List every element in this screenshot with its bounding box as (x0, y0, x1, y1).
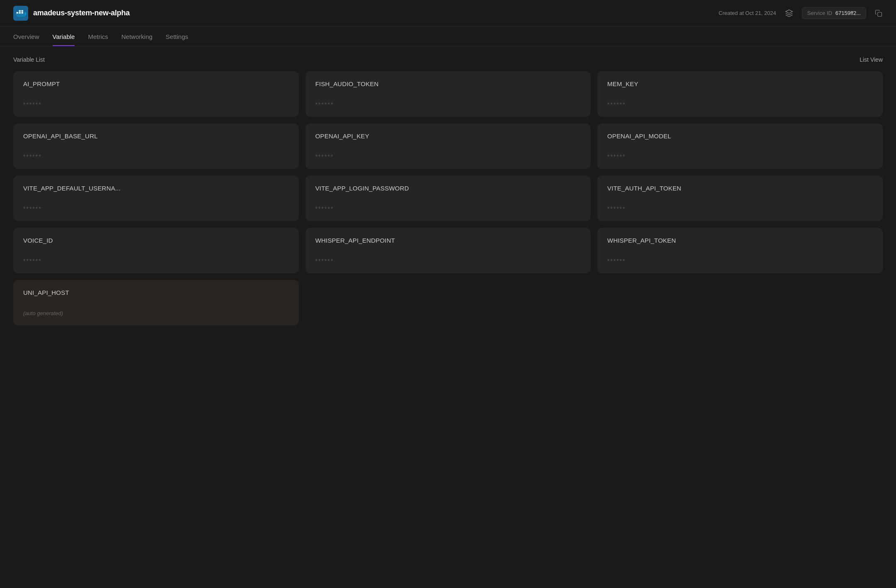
variable-card-openai-api-base-url[interactable]: OPENAI_API_BASE_URL****** (13, 123, 299, 169)
variable-card-vite-app-default-username[interactable]: VITE_APP_DEFAULT_USERNA...****** (13, 176, 299, 221)
variable-name-mem-key: MEM_KEY (607, 80, 873, 87)
svg-rect-4 (19, 10, 21, 12)
variable-card-ai-prompt[interactable]: AI_PROMPT****** (13, 71, 299, 117)
variable-name-voice-id: VOICE_ID (23, 237, 289, 244)
variable-name-ai-prompt: AI_PROMPT (23, 80, 289, 87)
header: amadeus-system-new-alpha Created at Oct … (0, 0, 896, 27)
cube-icon (785, 9, 794, 18)
variable-card-fish-audio-token[interactable]: FISH_AUDIO_TOKEN****** (305, 71, 591, 117)
variable-list-label: Variable List (13, 56, 45, 63)
variable-value-whisper-api-token: ****** (607, 258, 873, 264)
nav-item-variable[interactable]: Variable (53, 27, 75, 46)
variable-name-uni-api-host: UNI_API_HOST (23, 289, 289, 296)
service-id-value: 67159ff2... (835, 10, 861, 16)
nav-item-networking[interactable]: Networking (121, 27, 153, 46)
header-right: Created at Oct 21, 2024 Service ID 67159… (719, 7, 883, 19)
variable-card-whisper-api-token[interactable]: WHISPER_API_TOKEN****** (597, 228, 883, 273)
variable-value-whisper-api-endpoint: ****** (315, 258, 581, 264)
svg-rect-3 (22, 12, 24, 14)
variable-card-mem-key[interactable]: MEM_KEY****** (597, 71, 883, 117)
variable-name-vite-app-login-password: VITE_APP_LOGIN_PASSWORD (315, 185, 581, 192)
variable-card-openai-api-key[interactable]: OPENAI_API_KEY****** (305, 123, 591, 169)
nav-item-settings[interactable]: Settings (166, 27, 188, 46)
created-at: Created at Oct 21, 2024 (719, 10, 776, 16)
variable-name-fish-audio-token: FISH_AUDIO_TOKEN (315, 80, 581, 87)
variable-card-voice-id[interactable]: VOICE_ID****** (13, 228, 299, 273)
list-view-toggle[interactable]: List View (860, 56, 883, 63)
variable-name-vite-app-default-username: VITE_APP_DEFAULT_USERNA... (23, 185, 289, 192)
nav-item-overview[interactable]: Overview (13, 27, 39, 46)
content: Variable List List View AI_PROMPT******F… (0, 46, 896, 335)
variable-name-vite-auth-api-token: VITE_AUTH_API_TOKEN (607, 185, 873, 192)
nav: Overview Variable Metrics Networking Set… (0, 27, 896, 46)
service-id-label: Service ID (807, 10, 832, 16)
variable-name-openai-api-base-url: OPENAI_API_BASE_URL (23, 133, 289, 140)
variable-value-vite-auth-api-token: ****** (607, 205, 873, 212)
app-title: amadeus-system-new-alpha (33, 9, 130, 17)
content-header: Variable List List View (13, 56, 883, 63)
variable-value-openai-api-model: ****** (607, 153, 873, 160)
variable-value-vite-app-default-username: ****** (23, 205, 289, 212)
service-id-container: Service ID 67159ff2... (802, 7, 866, 19)
variable-value-voice-id: ****** (23, 258, 289, 264)
variable-value-openai-api-key: ****** (315, 153, 581, 160)
variable-value-mem-key: ****** (607, 101, 873, 108)
docker-icon (13, 6, 28, 21)
variable-value-ai-prompt: ****** (23, 101, 289, 108)
variable-card-openai-api-model[interactable]: OPENAI_API_MODEL****** (597, 123, 883, 169)
variable-name-openai-api-model: OPENAI_API_MODEL (607, 133, 873, 140)
copy-icon[interactable] (874, 9, 883, 17)
svg-rect-6 (878, 12, 882, 16)
variable-card-vite-app-login-password[interactable]: VITE_APP_LOGIN_PASSWORD****** (305, 176, 591, 221)
variable-name-whisper-api-endpoint: WHISPER_API_ENDPOINT (315, 237, 581, 244)
variable-name-whisper-api-token: WHISPER_API_TOKEN (607, 237, 873, 244)
variable-card-whisper-api-endpoint[interactable]: WHISPER_API_ENDPOINT****** (305, 228, 591, 273)
svg-rect-1 (17, 12, 19, 14)
header-left: amadeus-system-new-alpha (13, 6, 130, 21)
variable-name-openai-api-key: OPENAI_API_KEY (315, 133, 581, 140)
variable-value-openai-api-base-url: ****** (23, 153, 289, 160)
variable-value-uni-api-host: (auto generated) (23, 310, 289, 316)
nav-item-metrics[interactable]: Metrics (88, 27, 108, 46)
variable-value-vite-app-login-password: ****** (315, 205, 581, 212)
variable-card-uni-api-host[interactable]: UNI_API_HOST(auto generated) (13, 280, 299, 325)
svg-rect-2 (19, 12, 21, 14)
variable-card-vite-auth-api-token[interactable]: VITE_AUTH_API_TOKEN****** (597, 176, 883, 221)
variable-grid: AI_PROMPT******FISH_AUDIO_TOKEN******MEM… (13, 71, 883, 325)
svg-rect-5 (22, 10, 24, 12)
variable-value-fish-audio-token: ****** (315, 101, 581, 108)
